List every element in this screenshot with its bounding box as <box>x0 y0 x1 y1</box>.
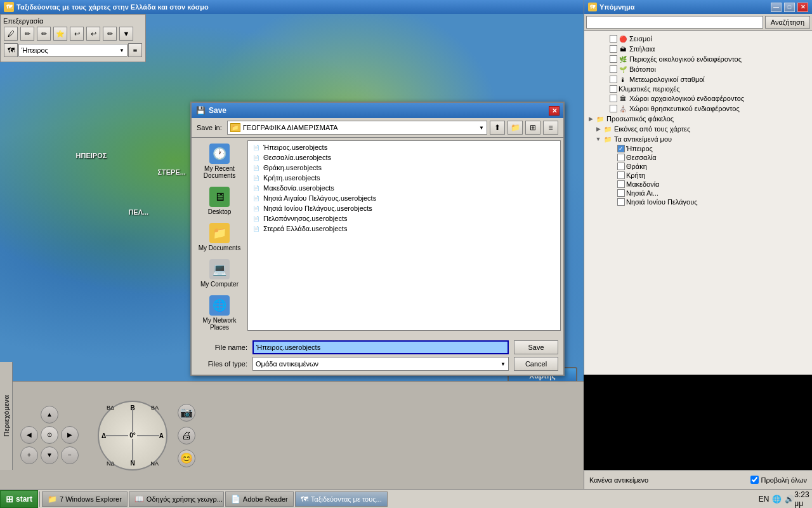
tree-item[interactable]: Θράκη <box>587 162 809 171</box>
tree-item[interactable]: ✓Ήπειρος <box>587 144 809 153</box>
nav-down-arrow[interactable]: ▼ <box>41 446 58 464</box>
tree-item[interactable]: Θεσσαλία <box>587 153 809 162</box>
tree-item[interactable]: 🏛Χώροι αρχαιολογικού ενδοαφέροντος <box>587 93 809 104</box>
tree-item[interactable]: ▶📁Προσωπικός φάκελος <box>587 114 809 124</box>
start-button[interactable]: ⊞ start <box>0 490 38 508</box>
toolbar-btn-1[interactable]: 🖊 <box>4 27 18 41</box>
search-button[interactable]: Αναζήτηση <box>765 16 810 29</box>
file-list-item[interactable]: 📄Κρήτη.userobjects <box>249 173 559 183</box>
tree-item-label: Νησιά Ιονίου Πελάγους <box>626 198 698 206</box>
taskbar-windows-explorer[interactable]: 📁 7 Windows Explorer <box>42 491 128 507</box>
dialog-file-list[interactable]: 📄Ήπειρος.userobjects📄Θεσσαλία.userobject… <box>247 140 561 331</box>
taskbar-guide[interactable]: 📖 Οδηγός χρήσης γεωγρ... <box>129 491 224 507</box>
tree-item[interactable]: ▼📁Τα αντικείμενά μου <box>587 134 809 144</box>
shortcut-documents[interactable]: 📁 My Documents <box>195 220 244 255</box>
filetype-dropdown[interactable]: Ομάδα αντικειμένων ▼ <box>252 357 509 371</box>
shortcut-network[interactable]: 🌐 My Network Places <box>195 292 244 334</box>
tree-expand-icon[interactable]: ▼ <box>594 135 602 143</box>
compass-east: Α <box>159 432 164 439</box>
tree-checkbox[interactable] <box>610 105 617 112</box>
tree-item[interactable]: Κλιματικές περιοχές <box>587 84 809 93</box>
zoom-tool-1[interactable]: 📷 <box>178 404 195 422</box>
file-list-item[interactable]: 📄Θεσσαλία.userobjects <box>249 152 559 163</box>
file-list-item[interactable]: 📄Ήπειρος.userobjects <box>249 142 559 152</box>
nav-zoom-in[interactable]: + <box>20 446 38 464</box>
tree-checkbox[interactable] <box>617 163 625 170</box>
shortcut-computer[interactable]: 💻 My Computer <box>195 256 244 291</box>
save-button[interactable]: Save <box>514 340 558 354</box>
tree-item[interactable]: Νησιά Αι... <box>587 189 809 197</box>
tree-item[interactable]: Κρήτη <box>587 171 809 180</box>
tree-item[interactable]: 🌱Βιότοποι <box>587 64 809 74</box>
new-folder-btn[interactable]: 📁 <box>508 121 523 135</box>
toolbar-btn-8[interactable]: ▼ <box>119 27 133 41</box>
taskbar-main-app[interactable]: 🗺 Ταξιδεύοντας με τους... <box>295 491 388 507</box>
nav-center-btn[interactable]: ⊙ <box>41 426 58 444</box>
tree-checkbox[interactable] <box>617 180 625 188</box>
view-toggle-btn1[interactable]: ⊞ <box>525 121 540 135</box>
search-input[interactable] <box>586 16 763 29</box>
tree-checkbox[interactable] <box>610 95 617 102</box>
tree-item[interactable]: 🏔Σπήλαια <box>587 44 809 54</box>
save-location-dropdown[interactable]: 📁 ΓΕΩΓΡΑΦΙΚΑ ΔΙΑΜΕΡΙΣΜΑΤΑ ▼ <box>227 121 487 135</box>
region-dropdown[interactable]: Ήπειρος ▼ <box>18 44 128 57</box>
lang-indicator[interactable]: EN <box>759 494 769 504</box>
toolbar-btn-2[interactable]: ✏ <box>20 27 34 41</box>
file-list-item[interactable]: 📄Στερεά Ελλάδα.userobjects <box>249 224 559 234</box>
shortcut-desktop[interactable]: 🖥 Desktop <box>195 184 244 218</box>
tree-item[interactable]: Μακεδονία <box>587 180 809 189</box>
nav-up-arrow[interactable]: ▲ <box>41 406 58 424</box>
tree-item[interactable]: ⛪Χώροι θρησκευτικού ενδιαφέροντος <box>587 104 809 114</box>
legend-max-btn[interactable]: □ <box>784 3 795 12</box>
toolbar-btn-9[interactable]: 🗺 <box>4 43 18 57</box>
file-list-item[interactable]: 📄Νησιά Αιγαίου Πελάγους.userobjects <box>249 193 559 203</box>
tree-checkbox[interactable] <box>617 154 625 161</box>
nav-right-arrow[interactable]: ▶ <box>61 426 79 444</box>
nav-up-btn[interactable]: ⬆ <box>490 121 505 135</box>
toolbar-btn-list[interactable]: ≡ <box>128 43 142 57</box>
file-list-item[interactable]: 📄Πελοπόννησος.userobjects <box>249 213 559 224</box>
cancel-button[interactable]: Cancel <box>514 357 558 371</box>
file-list-item[interactable]: 📄Μακεδονία.userobjects <box>249 183 559 193</box>
tree-item[interactable]: 🔴Σεισμοί <box>587 34 809 44</box>
toolbar-btn-3[interactable]: ✏ <box>37 27 51 41</box>
tree-item[interactable]: ▶📁Εικόνες από τους χάρτες <box>587 124 809 134</box>
tree-checkbox[interactable] <box>610 65 617 73</box>
nav-left-arrow[interactable]: ◀ <box>20 426 38 444</box>
tree-checkbox[interactable] <box>610 35 617 43</box>
nav-zoom-out[interactable]: − <box>61 446 79 464</box>
save-dialog-icon: 💾 <box>195 105 206 116</box>
dialog-sidebar: 🕐 My Recent Documents 🖥 Desktop 📁 My Doc… <box>194 140 245 334</box>
toolbar-btn-7[interactable]: ✏ <box>103 27 117 41</box>
view-toggle-btn2[interactable]: ≡ <box>543 121 558 135</box>
tree-checkbox[interactable] <box>617 171 625 179</box>
tree-checkbox[interactable]: ✓ <box>617 145 625 152</box>
zoom-tool-2[interactable]: 🖨 <box>178 427 195 444</box>
toolbar-btn-4[interactable]: ⭐ <box>53 27 67 41</box>
tree-item[interactable]: 🌿Περιοχές οικολογικού ενδιαφέροντος <box>587 54 809 64</box>
toolbar-btn-6[interactable]: ↩ <box>86 27 100 41</box>
tree-item[interactable]: 🌡Μετεωρολογικοί σταθμοί <box>587 74 809 84</box>
shortcut-recent[interactable]: 🕐 My Recent Documents <box>195 140 244 182</box>
tree-item[interactable]: Νησιά Ιονίου Πελάγους <box>587 197 809 206</box>
show-all-label[interactable]: Προβολή όλων <box>750 476 807 484</box>
tree-expand-icon[interactable]: ▶ <box>594 125 602 133</box>
legend-close-btn[interactable]: ✕ <box>797 3 808 12</box>
tree-checkbox[interactable] <box>610 76 617 83</box>
tree-checkbox[interactable] <box>610 45 617 53</box>
tree-expand-icon[interactable]: ▶ <box>587 115 594 123</box>
tree-checkbox[interactable] <box>617 198 625 206</box>
taskbar-adobe[interactable]: 📄 Adobe Reader <box>225 491 294 507</box>
tree-checkbox[interactable] <box>617 189 625 197</box>
legend-min-btn[interactable]: — <box>771 3 782 12</box>
zoom-tool-3[interactable]: 😊 <box>178 450 195 467</box>
file-list-item[interactable]: 📄Νησιά Ιονίου Πελάγους.userobjects <box>249 203 559 213</box>
show-all-checkbox[interactable] <box>750 476 759 484</box>
tree-checkbox[interactable] <box>610 85 617 93</box>
tree-checkbox[interactable] <box>610 55 617 63</box>
dialog-close-btn[interactable]: ✕ <box>549 106 560 116</box>
app-title: Ταξιδεύοντας με τους χάρτες στην Ελλάδα … <box>16 3 580 11</box>
file-list-item[interactable]: 📄Θράκη.userobjects <box>249 163 559 173</box>
toolbar-btn-5[interactable]: ↩ <box>70 27 84 41</box>
filename-input[interactable] <box>252 340 509 354</box>
